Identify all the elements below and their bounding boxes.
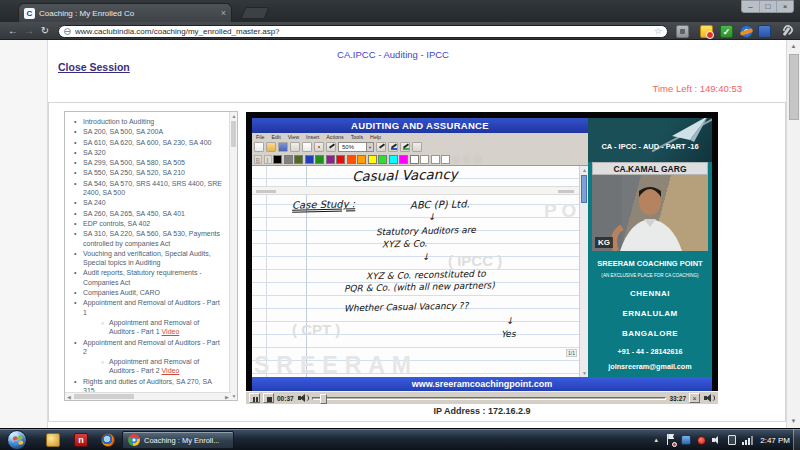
eraser-tool-icon[interactable]: [412, 142, 422, 152]
open-folder-icon[interactable]: [266, 142, 276, 152]
undo-icon[interactable]: [290, 142, 300, 152]
scroll-up-icon[interactable]: ▲: [787, 40, 800, 53]
extension-icon-sticky-note[interactable]: [700, 25, 713, 38]
dropdown-icon[interactable]: ▼: [366, 143, 373, 151]
pen-tool-icon[interactable]: [326, 142, 336, 152]
start-button[interactable]: [7, 430, 27, 450]
new-tab-button[interactable]: [241, 7, 270, 19]
tray-blue-icon[interactable]: [681, 435, 691, 445]
palette-swatch[interactable]: [410, 155, 419, 164]
volume-icon[interactable]: [703, 393, 715, 403]
stop-button[interactable]: [263, 393, 274, 403]
pause-button[interactable]: [249, 393, 260, 403]
pinned-app-icon-yellow[interactable]: [46, 433, 60, 447]
extension-icon-check[interactable]: ✓: [720, 25, 733, 38]
record-icon[interactable]: [314, 142, 324, 152]
zoom-select[interactable]: 50% ▼: [338, 142, 374, 152]
bookmark-star-icon[interactable]: ☆: [654, 27, 662, 36]
bold-button[interactable]: B: [254, 155, 262, 164]
lotus-notes-icon[interactable]: n: [74, 433, 88, 447]
extension-icon-browser-logo[interactable]: [740, 25, 753, 38]
url-bar[interactable]: www.caclubindia.com/coaching/my_enrolled…: [58, 25, 668, 38]
menu-help[interactable]: Help: [370, 134, 381, 141]
detach-button[interactable]: ×: [689, 393, 700, 403]
wrench-menu-icon[interactable]: [780, 25, 793, 38]
mute-icon[interactable]: [297, 393, 309, 403]
scroll-left-icon[interactable]: ◀: [65, 393, 73, 401]
close-session-link[interactable]: Close Session: [58, 61, 130, 73]
frame-button[interactable]: [431, 155, 440, 164]
shape-tool-icon[interactable]: [473, 155, 482, 164]
scroll-down-icon[interactable]: ▼: [787, 415, 800, 428]
window-minimize-button[interactable]: –: [742, 1, 759, 12]
shape-tool-icon[interactable]: [462, 155, 471, 164]
new-document-icon[interactable]: [254, 142, 264, 152]
scrollbar-thumb[interactable]: [789, 54, 799, 120]
save-icon[interactable]: [278, 142, 288, 152]
menu-view[interactable]: View: [288, 134, 299, 141]
palette-swatch[interactable]: [326, 155, 335, 164]
taskbar-clock[interactable]: 2:47 PM: [760, 436, 790, 445]
palette-swatch[interactable]: [347, 155, 356, 164]
palette-swatch[interactable]: [389, 155, 398, 164]
list-vertical-scrollbar[interactable]: ▲ ▼: [229, 112, 237, 400]
extension-icon-blue[interactable]: [758, 25, 771, 38]
palette-swatch[interactable]: [273, 155, 282, 164]
shape-tool-icon[interactable]: [452, 155, 461, 164]
palette-swatch[interactable]: [315, 155, 324, 164]
palette-swatch[interactable]: [305, 155, 314, 164]
reload-button[interactable]: ↻: [38, 24, 52, 38]
scroll-down-icon[interactable]: ▼: [580, 369, 588, 377]
palette-swatch[interactable]: [368, 155, 377, 164]
palette-swatch[interactable]: [378, 155, 387, 164]
italic-button[interactable]: I: [264, 155, 272, 164]
canvas-scrollbar[interactable]: ▲ ▼: [579, 166, 588, 377]
tray-input-icon[interactable]: [728, 435, 736, 445]
firefox-icon[interactable]: [101, 433, 115, 447]
tab-close-icon[interactable]: ×: [221, 9, 226, 18]
video-link[interactable]: Video: [162, 328, 180, 335]
menu-insert[interactable]: Insert: [306, 134, 319, 141]
scrollbar-thumb[interactable]: [74, 394, 134, 399]
network-signal-icon[interactable]: [742, 435, 754, 446]
menu-tools[interactable]: Tools: [351, 134, 363, 141]
back-button[interactable]: ←: [6, 24, 20, 38]
window-maximize-button[interactable]: □: [759, 1, 776, 12]
menu-actions[interactable]: Actions: [326, 134, 343, 141]
zoom-value: 50%: [342, 143, 354, 152]
palette-swatch[interactable]: [294, 155, 303, 164]
page-scrollbar[interactable]: ▲ ▼: [786, 40, 800, 428]
seek-slider[interactable]: [312, 397, 667, 400]
palette-swatch[interactable]: [399, 155, 408, 164]
menu-file[interactable]: File: [256, 134, 265, 141]
video-link[interactable]: Video: [162, 367, 180, 374]
menu-edit[interactable]: Edit: [272, 134, 281, 141]
marker-tool-icon[interactable]: [400, 142, 410, 152]
forward-button[interactable]: →: [22, 24, 36, 38]
show-desktop-button[interactable]: [793, 429, 800, 450]
scrollbar-thumb[interactable]: [231, 121, 236, 147]
highlighter-tool-icon[interactable]: [388, 142, 398, 152]
scroll-down-icon[interactable]: ▼: [230, 392, 238, 400]
copy-icon[interactable]: [302, 142, 312, 152]
frame-button[interactable]: [420, 155, 429, 164]
pencil-tool-icon[interactable]: [376, 142, 386, 152]
tray-red-status-icon[interactable]: [697, 436, 706, 445]
tray-volume-icon[interactable]: [712, 435, 722, 445]
scroll-right-icon[interactable]: ▶: [223, 393, 231, 401]
palette-swatch[interactable]: [357, 155, 366, 164]
window-close-button[interactable]: ×: [776, 1, 793, 12]
extension-icon-gray[interactable]: [676, 25, 689, 38]
action-center-flag-icon[interactable]: [665, 434, 675, 446]
scrollbar-thumb[interactable]: [581, 175, 587, 203]
browser-tab[interactable]: C Coaching : My Enrolled Co ×: [18, 3, 232, 22]
active-task-button[interactable]: Coaching : My Enroll...: [122, 431, 234, 449]
scroll-up-icon[interactable]: ▲: [580, 166, 588, 174]
frame-button[interactable]: [441, 155, 450, 164]
list-horizontal-scrollbar[interactable]: ◀ ▶: [65, 392, 231, 400]
tray-expand-icon[interactable]: ▲: [653, 437, 659, 443]
palette-swatch[interactable]: [284, 155, 293, 164]
scroll-up-icon[interactable]: ▲: [230, 112, 238, 120]
seek-thumb[interactable]: [320, 394, 327, 404]
palette-swatch[interactable]: [336, 155, 345, 164]
